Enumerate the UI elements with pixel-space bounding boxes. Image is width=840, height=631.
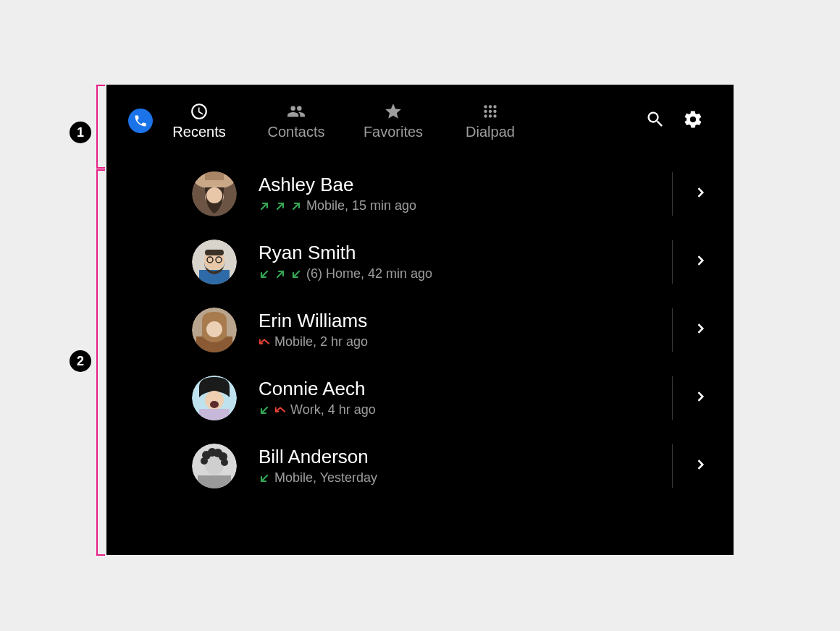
- contact-name: Erin Williams: [259, 310, 660, 332]
- avatar: [192, 171, 237, 216]
- call-meta: Mobile, Yesterday: [259, 470, 660, 486]
- divider: [672, 240, 673, 284]
- call-meta: Mobile, 15 min ago: [259, 198, 660, 213]
- svg-point-14: [206, 187, 222, 203]
- call-info: Ryan Smith(6) Home, 42 min ago: [259, 242, 660, 282]
- settings-button[interactable]: [679, 106, 707, 135]
- outgoing-call-icon: [259, 200, 270, 212]
- contact-name: Ashley Bae: [259, 174, 660, 196]
- dialpad-icon: [481, 102, 500, 121]
- phone-app-panel: Recents Contacts Favorites Dialpad: [106, 85, 734, 555]
- call-info: Ashley BaeMobile, 15 min ago: [259, 174, 660, 214]
- annotation-bracket-1: [96, 85, 105, 169]
- svg-point-46: [201, 457, 208, 465]
- annotation-bracket-2: [96, 169, 105, 556]
- tab-label: Favorites: [364, 124, 423, 140]
- svg-line-15: [261, 203, 267, 209]
- call-meta-text: Mobile, Yesterday: [274, 470, 377, 486]
- annotation-callout-2: 2: [70, 350, 91, 372]
- call-row[interactable]: Ryan Smith(6) Home, 42 min ago: [106, 228, 734, 296]
- chevron-right-icon: [693, 389, 707, 407]
- svg-rect-40: [198, 475, 231, 488]
- tab-label: Contacts: [268, 124, 325, 140]
- chevron-right-icon: [693, 253, 707, 271]
- call-meta: Mobile, 2 hr ago: [259, 334, 660, 350]
- divider: [672, 172, 673, 216]
- call-info: Erin WilliamsMobile, 2 hr ago: [259, 310, 660, 350]
- svg-point-4: [489, 109, 492, 112]
- details-button[interactable]: [684, 253, 716, 271]
- people-icon: [287, 102, 306, 121]
- svg-line-27: [293, 271, 299, 277]
- details-button[interactable]: [684, 389, 716, 407]
- tab-bar: Recents Contacts Favorites Dialpad: [167, 102, 522, 140]
- svg-line-25: [261, 271, 267, 277]
- incoming-call-icon: [290, 268, 302, 280]
- svg-point-0: [484, 105, 487, 108]
- incoming-call-icon: [259, 473, 270, 484]
- svg-line-17: [293, 203, 299, 209]
- chevron-right-icon: [693, 185, 707, 203]
- annotation-callout-1: 1: [70, 122, 91, 143]
- call-meta-text: Mobile, 2 hr ago: [274, 334, 368, 350]
- divider: [672, 444, 673, 488]
- call-row[interactable]: Erin WilliamsMobile, 2 hr ago: [106, 296, 734, 364]
- missed-call-icon: [259, 336, 270, 348]
- call-meta-text: Mobile, 15 min ago: [306, 198, 416, 213]
- svg-point-31: [206, 321, 222, 337]
- contact-name: Connie Aech: [259, 378, 660, 400]
- call-row[interactable]: Ashley BaeMobile, 15 min ago: [106, 160, 734, 228]
- search-button[interactable]: [641, 106, 670, 135]
- incoming-call-icon: [259, 268, 270, 280]
- divider: [672, 308, 673, 352]
- svg-line-48: [261, 475, 267, 481]
- tab-favorites[interactable]: Favorites: [361, 102, 425, 140]
- svg-point-6: [484, 114, 487, 117]
- phone-app-icon: [128, 109, 153, 133]
- missed-call-icon: [274, 405, 286, 416]
- svg-point-7: [489, 114, 492, 117]
- gear-icon: [683, 109, 703, 132]
- avatar: [192, 376, 237, 420]
- call-row[interactable]: Connie AechWork, 4 hr ago: [106, 364, 734, 432]
- clock-icon: [190, 102, 209, 121]
- incoming-call-icon: [259, 405, 270, 416]
- details-button[interactable]: [684, 185, 716, 203]
- call-info: Bill AndersonMobile, Yesterday: [259, 446, 660, 486]
- svg-rect-12: [205, 171, 224, 180]
- avatar: [192, 444, 237, 488]
- outgoing-call-icon: [290, 200, 302, 212]
- svg-point-35: [210, 401, 219, 408]
- contact-name: Ryan Smith: [259, 242, 660, 264]
- tab-label: Dialpad: [466, 124, 515, 140]
- avatar: [192, 240, 237, 284]
- tab-contacts[interactable]: Contacts: [264, 102, 328, 140]
- call-meta-text: Work, 4 hr ago: [290, 402, 376, 418]
- svg-line-37: [261, 407, 267, 413]
- star-icon: [384, 102, 403, 121]
- details-button[interactable]: [684, 321, 716, 339]
- svg-line-26: [277, 271, 283, 277]
- chevron-right-icon: [693, 321, 707, 339]
- call-row[interactable]: Bill AndersonMobile, Yesterday: [106, 432, 734, 500]
- call-meta: (6) Home, 42 min ago: [259, 266, 660, 281]
- tab-dialpad[interactable]: Dialpad: [458, 102, 522, 140]
- svg-point-3: [484, 109, 487, 112]
- svg-point-5: [493, 109, 496, 112]
- call-info: Connie AechWork, 4 hr ago: [259, 378, 660, 418]
- svg-line-16: [277, 203, 283, 209]
- divider: [672, 376, 673, 420]
- call-meta-text: (6) Home, 42 min ago: [306, 266, 432, 281]
- tab-recents[interactable]: Recents: [167, 102, 231, 140]
- svg-rect-22: [205, 250, 224, 255]
- svg-point-2: [493, 105, 496, 108]
- call-meta: Work, 4 hr ago: [259, 402, 660, 418]
- svg-point-1: [489, 105, 492, 108]
- tab-label: Recents: [172, 124, 225, 140]
- svg-rect-36: [199, 409, 230, 420]
- chevron-right-icon: [693, 457, 707, 475]
- details-button[interactable]: [684, 457, 716, 475]
- topbar: Recents Contacts Favorites Dialpad: [106, 85, 734, 157]
- outgoing-call-icon: [274, 200, 286, 212]
- avatar: [192, 308, 237, 352]
